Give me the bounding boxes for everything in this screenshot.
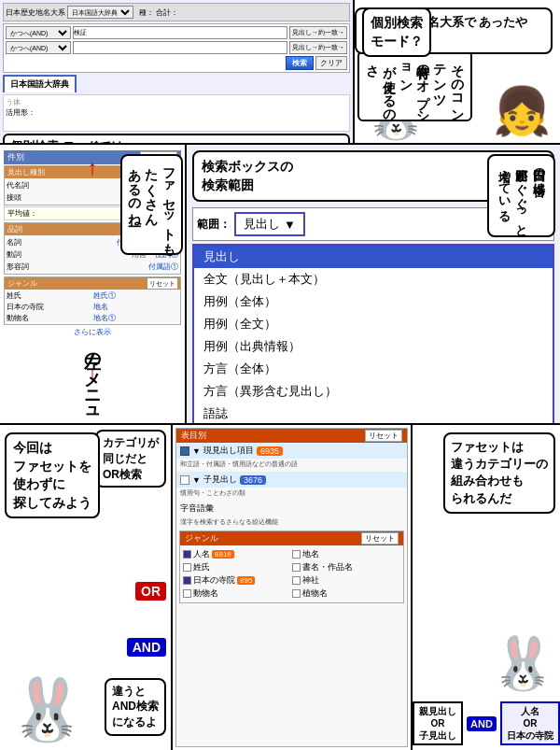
facet-current-sub: 和立語・付属語・慣用語などの普通の語 [176,459,407,470]
dropdown-item-5[interactable]: 用例（出典情報） [194,335,553,358]
toolbar-label1: 日本歴史地名大系 [6,7,65,18]
dropdown-item-2[interactable]: 全文（見出し＋本文） [194,268,553,290]
facet-panel-reset-btn[interactable]: リセット [365,430,402,442]
manga-container: 日本歴史地名大系 日本国語大辞典 種： 合計： かつへ(AND) 見出し→約一致… [0,0,560,750]
search-btn-view2[interactable]: 見出し→約一致→ [289,41,347,54]
row2-arrow-up: ↑ [88,156,98,180]
dropdown-item-7[interactable]: 方言（異形含む見出し） [194,380,553,403]
row1-speech-rabbit: 個別検索モード？ [362,7,431,57]
row3-right-speech: ファセットは違うカテゴリーの組み合わせもられるんだ [443,432,555,514]
toolbar-label3: 合計： [156,7,178,18]
dropdown-item-8[interactable]: 語誌 [194,403,553,423]
jiin-count: 895 [237,576,255,585]
facet-genre-reset[interactable]: リセット [147,278,177,289]
row3-left-rabbit: 🐰 [9,674,85,745]
dropdown-menu: 見出し 全文（見出し＋本文） 用例（全体） 用例（全文） 用例（出典情報） 方言… [192,244,554,423]
facet-child-header: ▼ 子見出し 3676 [176,472,407,488]
genre-item-shokubutsu: 植物名 [292,587,400,600]
genre-panel-header: ジャンル リセット [180,531,403,545]
facet-hinshi-label: 品詞 [7,224,22,234]
row3-center-speech1: カテゴリが同じだとOR検索 [95,430,166,488]
row3-right-rabbit: 🐰 [491,633,555,694]
row3-and-label: AND [127,638,166,657]
row3-center-panel: 表目別 リセット ▼ 現見出し項目 6935 和立語・付属語・慣用語などの普通の… [173,425,560,750]
row2-right-panel: 検索ボックスの検索範囲 範囲： 見出し ▼ 見出し 全文（見出し＋本文） 用例（… [187,145,560,423]
row3-center-speech2: 違うとAND検索になるよ [105,678,166,736]
row3-facet-panel: 表目別 リセット ▼ 現見出し項目 6935 和立語・付属語・慣用語などの普通の… [175,428,408,747]
row2-left-menu-label: 左のメニュー [81,341,104,418]
genre-item-jiin: 日本の寺院 895 [183,574,291,587]
row1: 日本歴史地名大系 日本国語大辞典 種： 合計： かつへ(AND) 見出し→約一致… [0,0,560,145]
facet-genre-label: ジャンル [7,278,37,289]
row1-content-area: う体 活用形： [3,94,350,132]
genre-checkbox-jinja[interactable] [292,576,301,585]
search-select-2[interactable]: かつへ(AND) [6,41,71,54]
row3-or-label: OR [135,582,166,601]
row2-left-speech: ファセットもたくさんあるのね一 [120,154,183,255]
dropdown-item-3[interactable]: 用例（全体） [194,290,553,313]
genre-reset-btn[interactable]: リセット [361,532,399,545]
facet-mididashi-label: 見出し種別 [7,167,45,177]
genre-checkbox-jiin[interactable] [183,576,191,585]
diagram-box1: 親見出しOR子見出し [413,701,463,745]
search-btn-clear[interactable]: クリア [315,56,347,70]
genre-checkbox-seishi[interactable] [183,563,191,572]
search-select-1[interactable]: かつへ(AND) [6,26,71,39]
search-input-1[interactable] [73,26,287,39]
row1-ui-panel: 日本歴史地名大系 日本国語大辞典 種： 合計： かつへ(AND) 見出し→約一致… [0,0,355,143]
range-label: 範囲： [197,217,231,233]
genre-item-jinja: 神社 [292,574,400,587]
facet-genre: ジャンル リセット 姓氏姓氏① 日本の寺院地名 動物名地名① [4,276,181,325]
search-btn-main[interactable]: 検索 [286,56,314,70]
genre-checkbox-shomei[interactable] [292,563,301,572]
genre-checkbox-jinmei[interactable] [183,550,191,559]
toolbar-select1[interactable]: 日本国語大辞典 [67,6,133,19]
diagram-box2: 人名OR日本の寺院 [500,701,560,745]
row3-right-char: ファセットは違うカテゴリーの組み合わせもられるんだ 🐰 親見出しOR子見出し A… [411,425,560,750]
facet-child-sub: 慣用句・ことわざの類 [176,488,407,499]
dropdown-item-4[interactable]: 用例（全文） [194,313,553,335]
checkbox-child[interactable] [180,475,189,485]
row1-char-panel: 日本歴史 地名大系で あったやつ？ 個別検索モード？ 🐰 👧 そのコンテンツ特有… [355,0,560,143]
facet-current-header: ▼ 現見出し項目 6935 [176,443,407,459]
midashi-item2: 接頭 [7,192,21,203]
tab-kokugodaijiten[interactable]: 日本国語大辞典 [3,75,77,92]
genre-item-dobutsu: 動物名 [183,587,291,600]
diagram-and-label: AND [467,716,497,731]
facet-jion-header: 字音語彙 [176,501,407,517]
genre-item-chimei: 地名 [292,548,400,560]
row1-caption-box: 個別検索 モードでは [3,134,350,143]
row3-diagram: 親見出しOR子見出し AND 人名OR日本の寺院 [413,701,560,745]
search-input-2[interactable] [73,41,287,54]
row1-left-caption: そのコンテンツ特有のオプションが使えるのさ [357,50,472,122]
genre-checkbox-dobutsu[interactable] [183,589,191,598]
toolbar-label2: 種： [139,7,154,18]
facet-more: さらに表示 [4,325,181,339]
genre-item-jinmei: 人名 8816 [183,548,291,560]
child-count-badge: 3676 [240,475,266,485]
genre-item-seishi: 姓氏 [183,561,291,573]
range-select[interactable]: 見出し ▼ [234,212,305,236]
row3-left-speech: 今回はファセットを使わずに探してみよう [5,432,100,518]
row2-right-caption: 日国の場合は範囲がぐぐっと増えている [487,154,555,237]
search-btn-view1[interactable]: 見出し→約一致→ [289,26,347,39]
row3-left-panel: 今回はファセットを使わずに探してみよう 🐰 カテゴリが同じだとOR検索 OR A… [0,425,173,750]
facet-panel-header: 表目別 リセット [176,429,407,443]
genre-checkbox-shokubutsu[interactable] [292,589,301,598]
genre-checkbox-chimei[interactable] [292,550,301,559]
midashi-item1: 代名詞 [7,180,29,191]
dropdown-item-6[interactable]: 方言（全体） [194,358,553,380]
genre-item-shomei: 書名・作品名 [292,561,400,573]
girl-character: 👧 [493,84,551,138]
checkbox-current[interactable] [180,446,189,456]
facet-header-label: 件別 [7,151,24,163]
dropdown-item-1[interactable]: 見出し [194,246,553,268]
jinmei-count: 8816 [212,550,234,559]
row2-left-panel: 件別 リセット 見出し種別 リセット 代名詞 代名詞① [0,145,187,423]
row3: 今回はファセットを使わずに探してみよう 🐰 カテゴリが同じだとOR検索 OR A… [0,425,560,750]
row2: 件別 リセット 見出し種別 リセット 代名詞 代名詞① [0,145,560,425]
current-count-badge: 6935 [257,446,283,456]
facet-jion-sub: 漢字を検索するさらなる絞込機能 [176,517,407,528]
row3-genre-panel: ジャンル リセット 人名 8816 地名 [179,531,404,603]
